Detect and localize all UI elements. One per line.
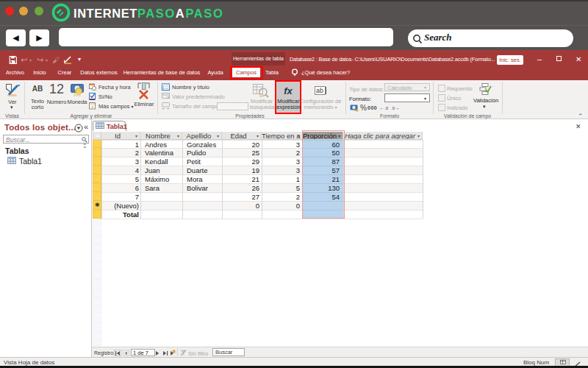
svg-text:ab: ab bbox=[316, 87, 323, 94]
